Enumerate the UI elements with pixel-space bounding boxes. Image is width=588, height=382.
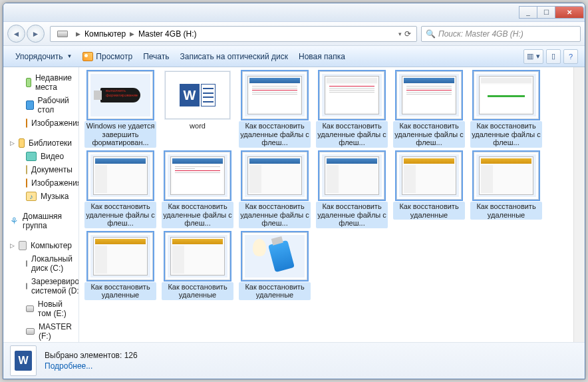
thumbnail — [319, 71, 384, 119]
tree-drive-d[interactable]: Зарезервировано системой (D:) — [3, 275, 78, 297]
thumbnail — [396, 152, 462, 200]
preview-button[interactable]: Просмотр — [77, 49, 138, 64]
file-item[interactable]: Как восстановить удаленные файлы с флеш.… — [470, 71, 542, 148]
refresh-icon[interactable]: ⟳ — [404, 29, 411, 39]
file-item[interactable]: Как восстановить удаленные файлы с флеш.… — [162, 152, 233, 228]
print-button[interactable]: Печать — [138, 49, 174, 64]
tree-music[interactable]: ♪Музыка — [3, 190, 78, 203]
file-item[interactable]: Как восстановить удаленные — [162, 232, 233, 300]
thumbnail — [242, 152, 307, 200]
tree-drive-c[interactable]: Локальный диск (C:) — [3, 252, 78, 275]
burn-button[interactable]: Записать на оптический диск — [174, 49, 293, 64]
tree-libraries[interactable]: ▷Библиотеки — [3, 136, 78, 150]
file-item[interactable]: Как восстановить удаленные файлы с флеш.… — [316, 152, 388, 228]
tree-recent[interactable]: Недавние места — [3, 71, 78, 94]
file-item[interactable]: Как восстановить удаленные файлы с флеш.… — [239, 71, 311, 148]
video-icon — [26, 152, 37, 161]
thumbnail — [242, 71, 307, 119]
status-selected: Выбрано элементов: 126 — [45, 351, 138, 360]
file-item[interactable]: Как восстановить удаленные файлы с флеш.… — [316, 71, 388, 148]
search-input[interactable]: 🔍 Поиск: Master 4GB (H:) — [421, 26, 581, 42]
organize-menu[interactable]: Упорядочить▼ — [10, 49, 77, 64]
chevron-down-icon: ▼ — [67, 53, 72, 59]
tree-images[interactable]: Изображения — [3, 116, 78, 130]
file-label: Как восстановить удаленные — [84, 282, 156, 300]
dropdown-icon[interactable]: ▾ — [398, 31, 402, 37]
file-item[interactable]: Как восстановить удаленные файлы с флеш.… — [393, 71, 465, 148]
file-label: Как восстановить удаленные файлы с флеш.… — [393, 121, 465, 148]
tree-drive-f[interactable]: MASTER (F:) — [3, 320, 78, 342]
titlebar: _ ☐ ✕ — [3, 3, 585, 22]
desktop-icon — [26, 100, 34, 110]
tree-homegroup[interactable]: ⚘Домашняя группа — [3, 210, 78, 232]
navigation-tree[interactable]: Недавние места Рабочий стол Изображения … — [3, 67, 79, 342]
thumbnail — [88, 152, 153, 200]
tree-images2[interactable]: Изображения — [3, 176, 78, 190]
file-item[interactable]: Wword — [162, 71, 233, 148]
drive-icon — [26, 328, 35, 335]
file-label: Как восстановить удаленные файлы с флеш.… — [470, 121, 542, 148]
tree-desktop[interactable]: Рабочий стол — [3, 94, 78, 116]
file-label: Как восстановить удаленные файлы с флеш.… — [239, 202, 311, 228]
thumbnail — [319, 152, 384, 200]
drive-icon — [26, 283, 27, 289]
maximize-button[interactable]: ☐ — [537, 6, 555, 19]
file-grid[interactable]: выполнитьформатированиеWindows не удаетс… — [79, 67, 585, 304]
forward-button[interactable]: ► — [27, 25, 45, 43]
back-button[interactable]: ◄ — [7, 25, 25, 43]
file-label: Как восстановить удаленные — [239, 282, 311, 300]
thumbnail — [88, 232, 153, 280]
collapse-icon: ▷ — [10, 140, 15, 146]
file-item[interactable]: Как восстановить удаленные файлы с флеш.… — [84, 152, 156, 228]
file-label: Как восстановить удаленные файлы с флеш.… — [316, 121, 388, 148]
status-details-link[interactable]: Подробнее... — [45, 361, 138, 371]
word-file-icon: W — [10, 345, 37, 376]
file-item[interactable]: Как восстановить удаленные файлы с флеш.… — [239, 152, 311, 228]
thumbnail: W — [165, 71, 230, 119]
chevron-right-icon: ▶ — [130, 31, 134, 37]
file-label: Как восстановить удаленные — [470, 202, 542, 220]
file-label: Как восстановить удаленные файлы с флеш.… — [84, 202, 156, 228]
thumbnail: выполнитьформатирование — [88, 71, 153, 119]
file-item[interactable]: Как восстановить удаленные — [393, 152, 465, 228]
tree-computer[interactable]: ▷Компьютер — [3, 239, 78, 252]
file-item[interactable]: Как восстановить удаленные — [239, 232, 311, 300]
images-icon — [26, 118, 27, 128]
view-mode-button[interactable]: ▥ ▾ — [523, 49, 543, 64]
recent-icon — [26, 78, 31, 87]
nav-bar: ◄ ► ▶ Компьютер ▶ Master 4GB (H:) ▾ ⟳ 🔍 … — [3, 22, 585, 46]
scrollbar[interactable] — [573, 67, 585, 342]
drive-icon — [57, 31, 68, 37]
tree-video[interactable]: Видео — [3, 150, 78, 163]
file-label: Windows не удается завершить форматирова… — [84, 121, 156, 148]
breadcrumb[interactable]: ▶ Компьютер ▶ Master 4GB (H:) ▾ ⟳ — [50, 26, 417, 42]
status-bar: W Выбрано элементов: 126 Подробнее... — [3, 342, 585, 379]
music-icon: ♪ — [26, 192, 37, 201]
new-folder-button[interactable]: Новая папка — [293, 49, 351, 64]
thumbnail — [242, 232, 307, 280]
file-item[interactable]: Как восстановить удаленные — [470, 152, 542, 228]
libraries-icon — [19, 138, 25, 148]
drive-icon — [26, 260, 27, 267]
toolbar: Упорядочить▼ Просмотр Печать Записать на… — [3, 46, 585, 67]
tree-documents[interactable]: Документы — [3, 163, 78, 176]
help-button[interactable]: ? — [563, 49, 578, 64]
file-item[interactable]: Как восстановить удаленные — [84, 232, 156, 300]
tree-drive-e[interactable]: Новый том (E:) — [3, 297, 78, 320]
thumbnail — [165, 232, 230, 280]
search-placeholder: Поиск: Master 4GB (H:) — [438, 29, 523, 39]
file-item[interactable]: выполнитьформатированиеWindows не удаетс… — [84, 71, 156, 148]
close-button[interactable]: ✕ — [555, 6, 584, 19]
file-label: Как восстановить удаленные файлы с флеш.… — [239, 121, 311, 148]
breadcrumb-computer[interactable]: Компьютер — [84, 29, 126, 39]
search-icon: 🔍 — [426, 29, 436, 39]
documents-icon — [26, 165, 27, 174]
thumbnail — [474, 71, 539, 119]
images-icon — [26, 178, 27, 188]
minimize-button[interactable]: _ — [519, 6, 537, 19]
preview-pane-button[interactable]: ▯ — [546, 49, 561, 64]
breadcrumb-drive[interactable]: Master 4GB (H:) — [138, 29, 196, 39]
homegroup-icon: ⚘ — [10, 216, 19, 226]
explorer-window: _ ☐ ✕ ◄ ► ▶ Компьютер ▶ Master 4GB (H:) … — [3, 3, 585, 379]
file-label: Как восстановить удаленные файлы с флеш.… — [162, 202, 233, 228]
